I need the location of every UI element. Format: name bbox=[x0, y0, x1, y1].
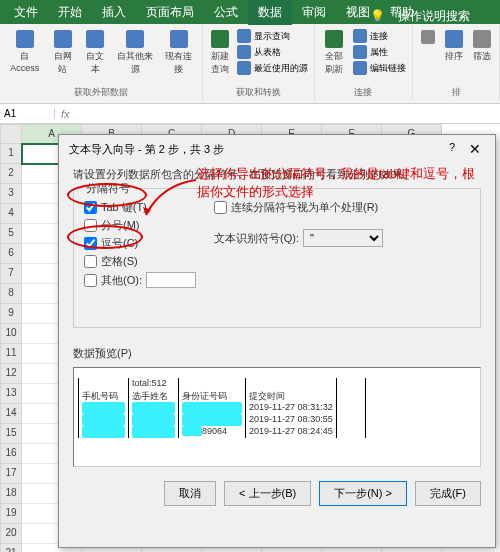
delim-comma-checkbox[interactable]: 逗号(C) bbox=[84, 236, 204, 251]
delim-other-checkbox[interactable]: 其他(O): bbox=[84, 272, 204, 288]
preview-time-2: 2019-11-27 08:30:55 bbox=[249, 414, 333, 426]
group-label-ext: 获取外部数据 bbox=[74, 86, 128, 99]
row-header[interactable]: 4 bbox=[0, 204, 22, 224]
connections-button[interactable]: 连接 bbox=[351, 28, 408, 44]
fx-icon[interactable]: fx bbox=[55, 108, 76, 120]
select-all-corner[interactable] bbox=[0, 124, 22, 144]
from-text-button[interactable]: 自文本 bbox=[80, 28, 110, 78]
menubar: 文件 开始 插入 页面布局 公式 数据 审阅 视图 帮助 💡 操作说明搜索 bbox=[0, 0, 500, 24]
row-header[interactable]: 21 bbox=[0, 544, 22, 552]
row-header[interactable]: 16 bbox=[0, 444, 22, 464]
row-header[interactable]: 17 bbox=[0, 464, 22, 484]
finish-button[interactable]: 完成(F) bbox=[415, 481, 481, 506]
preview-total: total:512 bbox=[132, 378, 175, 390]
formula-bar: A1 fx bbox=[0, 104, 500, 124]
back-button[interactable]: < 上一步(B) bbox=[224, 481, 311, 506]
refresh-all-button[interactable]: 全部刷新 bbox=[319, 28, 349, 78]
row-header[interactable]: 8 bbox=[0, 284, 22, 304]
delimiters-fieldset: 分隔符号 Tab 键(T) 分号(M) 逗号(C) 空格(S) 其他(O): 连… bbox=[73, 188, 481, 328]
fieldset-legend: 分隔符号 bbox=[82, 181, 134, 196]
ribbon: 自 Access 自网站 自文本 自其他来源 现有连接 获取外部数据 新建 查询… bbox=[0, 24, 500, 104]
delim-other-input[interactable] bbox=[146, 272, 196, 288]
edit-links-button[interactable]: 编辑链接 bbox=[351, 60, 408, 76]
text-qualifier-select[interactable]: " bbox=[303, 229, 383, 247]
row-header[interactable]: 1 bbox=[0, 144, 22, 164]
delim-tab-checkbox[interactable]: Tab 键(T) bbox=[84, 200, 204, 215]
from-access-button[interactable]: 自 Access bbox=[4, 28, 46, 78]
preview-box: 手机号码 000000000000000000000000 total:512 … bbox=[73, 367, 481, 467]
menu-review[interactable]: 审阅 bbox=[292, 0, 336, 25]
row-header[interactable]: 6 bbox=[0, 244, 22, 264]
text-qualifier-label: 文本识别符号(Q): bbox=[214, 231, 299, 246]
from-table-button[interactable]: 从表格 bbox=[235, 44, 310, 60]
row-header[interactable]: 10 bbox=[0, 324, 22, 344]
row-header[interactable]: 2 bbox=[0, 164, 22, 184]
row-header[interactable]: 18 bbox=[0, 484, 22, 504]
sort-az-button[interactable] bbox=[417, 28, 439, 65]
group-label-sort: 排 bbox=[452, 86, 461, 99]
menu-insert[interactable]: 插入 bbox=[92, 0, 136, 25]
preview-label: 数据预览(P) bbox=[73, 346, 481, 361]
row-header[interactable]: 5 bbox=[0, 224, 22, 244]
text-import-wizard-dialog: 文本导入向导 - 第 2 步，共 3 步 ? ✕ 请设置分列数据所包含的分隔符号… bbox=[58, 134, 496, 548]
consecutive-delim-checkbox[interactable]: 连续分隔符号视为单个处理(R) bbox=[214, 200, 470, 215]
sort-button[interactable]: 排序 bbox=[441, 28, 467, 65]
recent-sources-button[interactable]: 最近使用的源 bbox=[235, 60, 310, 76]
row-header[interactable]: 9 bbox=[0, 304, 22, 324]
search-help[interactable]: 💡 操作说明搜索 bbox=[360, 4, 490, 29]
delim-semicolon-checkbox[interactable]: 分号(M) bbox=[84, 218, 204, 233]
menu-formula[interactable]: 公式 bbox=[204, 0, 248, 25]
row-header[interactable]: 3 bbox=[0, 184, 22, 204]
row-header[interactable]: 7 bbox=[0, 264, 22, 284]
new-query-button[interactable]: 新建 查询 bbox=[207, 28, 233, 78]
row-header[interactable]: 19 bbox=[0, 504, 22, 524]
existing-conn-button[interactable]: 现有连接 bbox=[160, 28, 198, 78]
row-header[interactable]: 14 bbox=[0, 404, 22, 424]
preview-time-1: 2019-11-27 08:31:32 bbox=[249, 402, 333, 414]
properties-button[interactable]: 属性 bbox=[351, 44, 408, 60]
dialog-description: 请设置分列数据所包含的分隔符号。在预览窗口内可看到分列的效果。 bbox=[73, 167, 481, 182]
from-other-button[interactable]: 自其他来源 bbox=[112, 28, 157, 78]
dialog-close-icon[interactable]: ✕ bbox=[465, 141, 485, 157]
row-header[interactable]: 20 bbox=[0, 524, 22, 544]
menu-layout[interactable]: 页面布局 bbox=[136, 0, 204, 25]
preview-col3-header: 身份证号码 bbox=[182, 390, 242, 402]
delim-space-checkbox[interactable]: 空格(S) bbox=[84, 254, 204, 269]
group-label-conn: 连接 bbox=[354, 86, 372, 99]
menu-home[interactable]: 开始 bbox=[48, 0, 92, 25]
row-header[interactable]: 13 bbox=[0, 384, 22, 404]
filter-button[interactable]: 筛选 bbox=[469, 28, 495, 65]
show-queries-button[interactable]: 显示查询 bbox=[235, 28, 310, 44]
dialog-help-icon[interactable]: ? bbox=[449, 141, 455, 157]
row-header[interactable]: 15 bbox=[0, 424, 22, 444]
next-button[interactable]: 下一步(N) > bbox=[319, 481, 407, 506]
row-header[interactable]: 12 bbox=[0, 364, 22, 384]
row-header[interactable]: 11 bbox=[0, 344, 22, 364]
group-label-query: 获取和转换 bbox=[236, 86, 281, 99]
name-box[interactable]: A1 bbox=[0, 108, 55, 119]
from-web-button[interactable]: 自网站 bbox=[48, 28, 78, 78]
menu-data[interactable]: 数据 bbox=[248, 0, 292, 25]
cancel-button[interactable]: 取消 bbox=[164, 481, 216, 506]
preview-col1-header: 手机号码 bbox=[82, 390, 125, 402]
preview-time-3: 2019-11-27 08:24:45 bbox=[249, 426, 333, 438]
preview-col4-header: 提交时间 bbox=[249, 390, 333, 402]
preview-col2-header: 选手姓名 bbox=[132, 390, 175, 402]
menu-file[interactable]: 文件 bbox=[4, 0, 48, 25]
dialog-title: 文本导入向导 - 第 2 步，共 3 步 bbox=[69, 142, 224, 157]
